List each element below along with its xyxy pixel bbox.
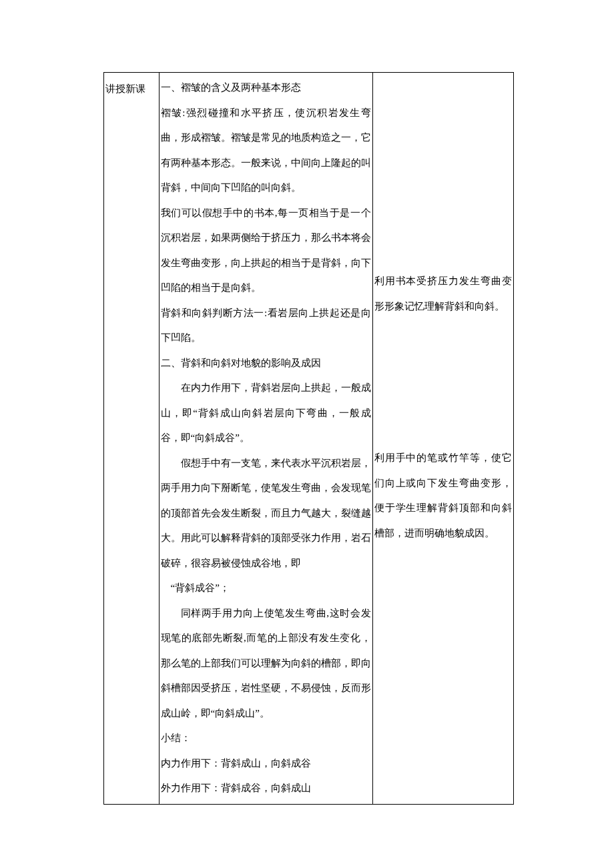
- stage-label: 讲授新课: [105, 75, 158, 102]
- summary-line-1: 内力作用下：背斜成山，向斜成谷: [161, 751, 371, 777]
- section-1-para-1: 褶皱:强烈碰撞和水平挤压，使沉积岩发生弯曲，形成褶皱。褶皱是常见的地质构造之一，…: [161, 101, 371, 201]
- summary-line-2: 外力作用下：背斜成谷，向斜成山: [161, 776, 371, 801]
- content-cell: 一、褶皱的含义及两种基本形态 褶皱:强烈碰撞和水平挤压，使沉积岩发生弯曲，形成褶…: [159, 73, 372, 805]
- document-page: 讲授新课 一、褶皱的含义及两种基本形态 褶皱:强烈碰撞和水平挤压，使沉积岩发生弯…: [0, 0, 614, 868]
- section-2-para-3: 同样两手用力向上使笔发生弯曲,这时会发现笔的底部先断裂,而笔的上部没有发生变化，…: [161, 601, 371, 727]
- stage-cell: 讲授新课: [104, 73, 160, 805]
- summary-label: 小结：: [161, 726, 371, 751]
- section-1-para-3: 背斜和向斜判断方法一:看岩层向上拱起还是向下凹陷。: [161, 301, 371, 351]
- section-1-title: 一、褶皱的含义及两种基本形态: [161, 75, 371, 101]
- section-2-para-2: 假想手中有一支笔，来代表水平沉积岩层，两手用力向下掰断笔，使笔发生弯曲，会发现笔…: [161, 451, 371, 576]
- section-1-para-2: 我们可以假想手中的书本,每一页相当于是一个沉积岩层，如果两侧给于挤压力，那么书本…: [161, 201, 371, 301]
- section-2-title: 二、背斜和向斜对地貌的影响及成因: [161, 351, 371, 376]
- section-2-para-2b: “背斜成谷”；: [161, 576, 371, 601]
- section-2-para-1: 在内力作用下，背斜岩层向上拱起，一般成山，即“背斜成山向斜岩层向下弯曲，一般成谷…: [161, 376, 371, 451]
- note-2: 利用手中的笔或竹竿等，使它们向上或向下发生弯曲变形，便于学生理解背斜顶部和向斜槽…: [374, 446, 512, 546]
- notes-cell: 利用书本受挤压力发生弯曲变形形象记忆理解背斜和向斜。 利用手中的笔或竹竿等，使它…: [372, 73, 513, 805]
- table-row: 讲授新课 一、褶皱的含义及两种基本形态 褶皱:强烈碰撞和水平挤压，使沉积岩发生弯…: [104, 73, 514, 805]
- note-1: 利用书本受挤压力发生弯曲变形形象记忆理解背斜和向斜。: [374, 269, 512, 319]
- lesson-table: 讲授新课 一、褶皱的含义及两种基本形态 褶皱:强烈碰撞和水平挤压，使沉积岩发生弯…: [103, 72, 514, 805]
